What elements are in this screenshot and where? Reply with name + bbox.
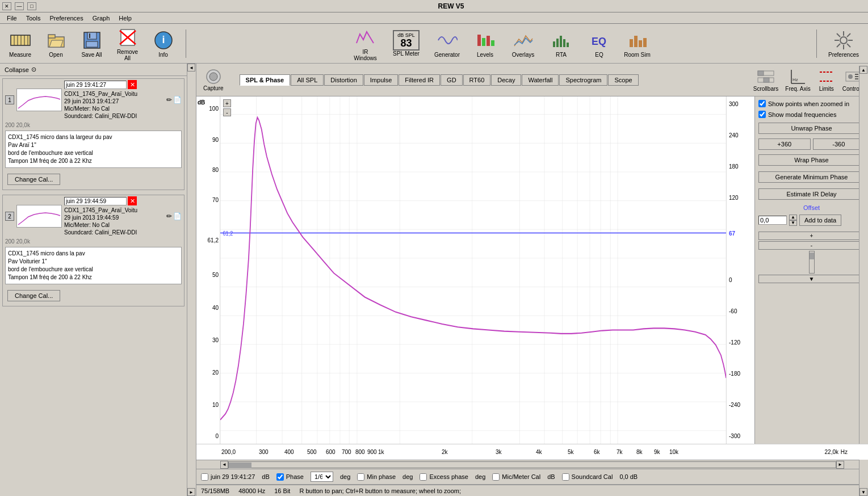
show-modal-checkbox-row[interactable]: Show modal frequencies (758, 111, 865, 118)
legend-date-checkbox[interactable]: juin 29 19:41:27 (201, 473, 255, 481)
menu-help[interactable]: Help (114, 14, 136, 23)
offset-input[interactable] (758, 216, 787, 225)
legend-fraction-select[interactable]: 1/6 1/3 1/12 1/24 (311, 472, 333, 482)
legend-mic-cal-cb[interactable] (492, 473, 500, 481)
h-scroll-left[interactable]: ◄ (220, 461, 228, 469)
limits-label: Limits (819, 86, 834, 92)
limits-button[interactable]: Limits (817, 68, 836, 92)
legend-min-phase-checkbox[interactable]: Min phase (357, 473, 396, 481)
preferences-button[interactable]: Preferences (824, 27, 863, 60)
meas-2-info-icon[interactable]: 📄 (173, 212, 182, 220)
zoom-in-h[interactable]: + (223, 99, 231, 107)
maximize-btn[interactable]: □ (27, 2, 36, 10)
show-points-checkbox[interactable] (758, 100, 766, 107)
legend-excess-phase-cb[interactable] (420, 473, 427, 481)
collapse-button[interactable]: Collapse ⊙ (0, 64, 187, 76)
legend-excess-phase-checkbox[interactable]: Excess phase (420, 473, 468, 481)
estimate-ir-delay-button[interactable]: Estimate IR Delay (758, 188, 865, 200)
menu-file[interactable]: File (2, 14, 22, 23)
remove-all-button[interactable]: Remove All (112, 24, 143, 63)
scrollbars-button[interactable]: Scrollbars (753, 68, 778, 92)
offset-up-button[interactable]: ▲ (789, 215, 797, 220)
eq-button[interactable]: EQ EQ (584, 27, 615, 60)
open-button[interactable]: Open (40, 27, 72, 60)
right-scroll-thumb[interactable] (810, 253, 814, 259)
measure-button[interactable]: Measure (5, 27, 36, 60)
save-all-button[interactable]: Save All (76, 27, 107, 60)
svg-line-40 (837, 44, 840, 47)
ir-windows-button[interactable]: IR Windows (350, 24, 381, 63)
info-button[interactable]: i Info (148, 27, 179, 60)
rta-button[interactable]: RTA (546, 27, 577, 60)
tab-spectrogram[interactable]: Spectrogram (559, 74, 607, 86)
meas-1-time-input[interactable] (64, 81, 127, 89)
h-scroll-left-arrow[interactable]: ◄ (187, 64, 195, 72)
show-modal-label: Show modal frequencies (768, 111, 836, 118)
generator-button[interactable]: Generator (431, 27, 463, 60)
levels-button[interactable]: Levels (469, 27, 501, 60)
legend-date-cb[interactable] (201, 473, 208, 481)
meas-1-edit-icon[interactable]: ✏ (166, 96, 172, 104)
tab-gd[interactable]: GD (441, 74, 463, 86)
svg-rect-44 (758, 71, 764, 75)
show-points-checkbox-row[interactable]: Show points when zoomed in (758, 100, 865, 107)
legend-mic-cal-checkbox[interactable]: Mic/Meter Cal (492, 473, 540, 481)
menu-preferences[interactable]: Preferences (45, 14, 87, 23)
show-modal-checkbox[interactable] (758, 111, 766, 118)
svg-rect-20 (487, 36, 490, 46)
add-to-data-button[interactable]: Add to data (799, 215, 841, 226)
overlays-button[interactable]: Overlays (508, 27, 539, 60)
offset-down-button[interactable]: ▼ (789, 220, 797, 226)
meas-2-icons: ✏ 📄 (166, 212, 182, 220)
menu-tools[interactable]: Tools (22, 14, 45, 23)
right-scroll-down[interactable]: ▼ (758, 275, 865, 283)
tab-spl-phase[interactable]: SPL & Phase (240, 74, 291, 86)
tab-all-spl[interactable]: All SPL (291, 74, 324, 86)
y-axis-r-n240: -240 (729, 402, 752, 408)
tab-scope[interactable]: Scope (608, 74, 638, 86)
h-scroll-right-arrow[interactable]: ► (187, 488, 195, 496)
tab-distortion[interactable]: Distortion (324, 74, 363, 86)
spl-meter-button[interactable]: dB SPL 83 SPL Meter (388, 28, 425, 58)
tab-decay[interactable]: Decay (491, 74, 521, 86)
h-scroll-thumb[interactable] (229, 463, 251, 468)
h-scroll-right[interactable]: ► (836, 461, 844, 469)
meas-1-close-button[interactable]: ✕ (128, 80, 137, 89)
legend-phase-checkbox[interactable]: Phase (276, 473, 304, 481)
capture-button[interactable]: Capture (201, 66, 226, 94)
close-btn[interactable]: ✕ (2, 2, 11, 10)
legend-phase-cb[interactable] (276, 473, 284, 481)
tab-filtered-ir[interactable]: Filtered IR (399, 74, 440, 86)
meas-2-close-button[interactable]: ✕ (128, 196, 137, 205)
graph-center[interactable]: 61,2 + - (220, 96, 726, 444)
tab-rt60[interactable]: RT60 (463, 74, 491, 86)
collapse-label: Collapse (5, 66, 29, 73)
tab-impulse[interactable]: Impulse (364, 74, 399, 86)
minimize-btn[interactable]: — (15, 2, 24, 10)
generate-min-phase-button[interactable]: Generate Minimum Phase (758, 171, 865, 183)
measurement-2: 2 ✕ CDX1_1745_Pav_Araï_Voitu 29 juin 201… (2, 195, 184, 306)
unwrap-phase-button[interactable]: Unwrap Phase (758, 123, 865, 134)
legend-soundcard-cal-checkbox[interactable]: Soundcard Cal (562, 473, 613, 481)
menu-graph[interactable]: Graph (88, 14, 115, 23)
legend-soundcard-cal-cb[interactable] (562, 473, 569, 481)
right-zoom-in[interactable]: + (758, 232, 865, 240)
right-zoom-out[interactable]: - (758, 241, 865, 250)
meas-2-change-cal-button[interactable]: Change Cal... (7, 290, 60, 301)
meas-2-edit-icon[interactable]: ✏ (166, 212, 172, 220)
minus360-button[interactable]: -360 (813, 138, 865, 150)
meas-1-change-cal-button[interactable]: Change Cal... (7, 174, 60, 185)
rta-label: RTA (556, 52, 567, 58)
wrap-phase-button[interactable]: Wrap Phase (758, 154, 865, 166)
h-scroll-track[interactable] (228, 461, 836, 468)
meas-2-time-input[interactable] (64, 197, 127, 205)
tab-waterfall[interactable]: Waterfall (522, 74, 559, 86)
freq-axis-button[interactable]: Hz Freq. Axis (785, 68, 810, 92)
x-label-4k: 4k (536, 449, 542, 455)
meas-1-info-icon[interactable]: 📄 (173, 96, 182, 104)
toolbar: Measure Open Save All (0, 24, 868, 64)
plus360-button[interactable]: +360 (758, 138, 811, 150)
room-sim-button[interactable]: Room Sim (622, 27, 653, 60)
legend-min-phase-cb[interactable] (357, 473, 364, 481)
zoom-out-h[interactable]: - (223, 108, 231, 116)
